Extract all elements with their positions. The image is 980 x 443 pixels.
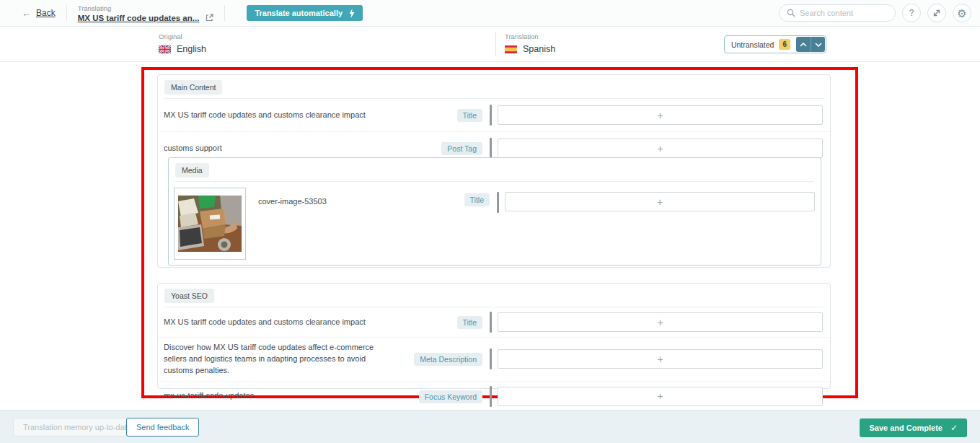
row-divider-bar: [490, 138, 492, 159]
back-button[interactable]: ← Back: [22, 8, 56, 19]
back-label: Back: [36, 8, 56, 18]
divider: [224, 5, 225, 21]
untranslated-label: Untranslated: [731, 40, 774, 49]
field-type-chip: Title: [457, 109, 482, 122]
translation-language-block: Translation Spanish: [505, 32, 555, 54]
translation-row-title: MX US tariff code updates and customs cl…: [158, 99, 830, 131]
back-arrow-icon: ←: [22, 8, 31, 19]
external-link-icon[interactable]: [206, 14, 213, 22]
top-bar-actions: ? ⚙: [779, 4, 971, 22]
translation-row-meta-description: Discover how MX US tariff code updates a…: [158, 337, 830, 381]
translation-target-field[interactable]: +: [498, 387, 823, 406]
add-translation-icon: +: [657, 390, 663, 402]
fullscreen-button[interactable]: [927, 4, 946, 22]
document-title-text: MX US tariff code updates an...: [78, 14, 200, 22]
translation-target-field[interactable]: +: [498, 312, 823, 332]
field-type-chip: Title: [457, 316, 482, 329]
field-type-chip: Title: [464, 193, 490, 206]
field-type-chip: Post Tag: [441, 142, 482, 155]
row-divider-bar: [497, 192, 499, 213]
language-bar: Original English Translation: [0, 27, 980, 62]
translate-automatically-label: Translate automatically: [255, 9, 343, 17]
source-text: customs support: [164, 143, 396, 154]
row-divider-bar: [490, 348, 492, 369]
save-and-complete-button[interactable]: Save and Complete ✓: [860, 418, 967, 437]
row-divider-bar: [490, 312, 492, 333]
document-title-block: Translating MX US tariff code updates an…: [78, 4, 214, 22]
translation-target-field[interactable]: +: [498, 349, 823, 369]
section-title-chip: Media: [175, 163, 209, 177]
save-and-complete-label: Save and Complete: [869, 424, 942, 432]
previous-untranslated-button[interactable]: [796, 37, 811, 52]
original-language-block: Original English: [159, 32, 206, 54]
untranslated-count-badge: 6: [779, 39, 790, 50]
next-untranslated-button[interactable]: [811, 37, 825, 52]
source-text: mx-us-tariff-code-updates: [164, 390, 396, 402]
expand-arrows-icon: [932, 9, 941, 17]
top-bar: ← Back Translating MX US tariff code upd…: [0, 0, 980, 27]
section-main-content: Main Content MX US tariff code updates a…: [157, 74, 831, 268]
translation-editor-page: ← Back Translating MX US tariff code upd…: [0, 0, 980, 443]
field-type-chip: Meta Description: [414, 353, 482, 366]
add-translation-icon: +: [657, 110, 663, 121]
translation-target-field[interactable]: +: [505, 192, 815, 211]
search-input[interactable]: [800, 9, 883, 17]
add-translation-icon: +: [657, 143, 663, 154]
spain-flag-icon: [505, 45, 517, 53]
translation-memory-status-button: Translation memory up-to-date: [13, 418, 141, 437]
gear-icon: ⚙: [957, 8, 966, 19]
source-text: Discover how MX US tariff code updates a…: [164, 342, 396, 377]
help-button[interactable]: ?: [902, 4, 921, 22]
section-media: Media: [168, 157, 821, 266]
source-text: MX US tariff code updates and customs cl…: [164, 110, 396, 121]
highlighted-region: Main Content MX US tariff code updates a…: [141, 67, 858, 398]
uk-flag-icon: [159, 45, 171, 53]
translating-label: Translating: [78, 4, 214, 12]
translation-row-media-title: cover-image-53503 Title +: [169, 182, 821, 260]
question-mark-icon: ?: [909, 8, 914, 18]
add-translation-icon: +: [657, 354, 663, 365]
editor-content: Main Content MX US tariff code updates a…: [0, 62, 980, 410]
translation-language-name: Spanish: [523, 44, 555, 54]
send-feedback-button[interactable]: Send feedback: [126, 418, 199, 437]
footer-bar: Translation memory up-to-date Send feedb…: [0, 410, 980, 443]
translation-target-field[interactable]: +: [498, 139, 823, 158]
divider: [66, 5, 67, 21]
document-title-link[interactable]: MX US tariff code updates an...: [78, 14, 214, 22]
section-title-chip: Yoast SEO: [164, 289, 214, 303]
section-title-chip: Main Content: [164, 80, 222, 95]
add-translation-icon: +: [657, 196, 663, 208]
untranslated-navigator: Untranslated 6: [724, 35, 826, 53]
untranslated-nav-buttons: [796, 37, 825, 52]
original-language-name: English: [177, 44, 206, 54]
translation-label: Translation: [505, 32, 555, 40]
search-icon: [787, 9, 795, 17]
source-text: MX US tariff code updates and customs cl…: [164, 317, 396, 328]
translation-target-field[interactable]: +: [498, 105, 823, 125]
field-type-chip: Focus Keyword: [419, 390, 482, 403]
media-thumbnail-image: [178, 196, 242, 252]
row-divider-bar: [490, 105, 492, 126]
chevron-down-icon: [815, 43, 822, 47]
original-label: Original: [159, 32, 206, 40]
media-thumbnail-frame: [174, 188, 246, 260]
lightning-bolt-icon: [349, 9, 355, 18]
settings-button[interactable]: ⚙: [953, 4, 971, 22]
search-content-box: [779, 4, 896, 22]
translation-row-seo-title: MX US tariff code updates and customs cl…: [158, 307, 830, 337]
section-yoast-seo: Yoast SEO MX US tariff code updates and …: [157, 283, 831, 389]
divider: [495, 32, 496, 56]
add-translation-icon: +: [657, 317, 663, 328]
row-divider-bar: [490, 386, 492, 407]
checkmark-icon: ✓: [950, 423, 958, 433]
media-filename: cover-image-53503: [246, 188, 403, 206]
translate-automatically-button[interactable]: Translate automatically: [247, 5, 363, 21]
translation-row-focus-keyword: mx-us-tariff-code-updates Focus Keyword …: [158, 381, 830, 411]
chevron-up-icon: [800, 43, 807, 47]
